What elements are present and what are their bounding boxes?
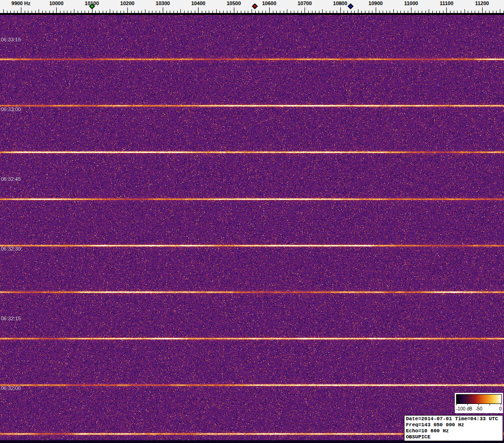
ruler-tick (166, 11, 167, 13)
ruler-tick (3, 9, 4, 13)
ruler-tick (230, 11, 231, 13)
freq-label-10700: 10700 (298, 0, 312, 6)
ruler-tick (432, 11, 433, 13)
info-box: Date=2014-07-01 Time=04:33 UTC Freq=143 … (404, 415, 503, 441)
frequency-marker-blue[interactable] (348, 3, 354, 9)
frequency-marker-red[interactable] (252, 3, 258, 9)
info-date-time: Date=2014-07-01 Time=04:33 UTC (406, 416, 501, 422)
freq-label-10500: 10500 (226, 0, 241, 6)
ruler-tick (21, 7, 21, 13)
time-label: 06:32:15 (1, 316, 21, 321)
time-label: 06:32:00 (1, 385, 21, 391)
color-scale-tick (467, 403, 468, 405)
ruler-tick (191, 11, 192, 13)
ruler-tick (500, 9, 500, 13)
color-scale-tick (456, 403, 457, 405)
ruler-tick (265, 11, 266, 13)
scale-label-min: -100 dB (456, 406, 472, 411)
ruler-tick (298, 11, 298, 13)
ruler-tick (46, 11, 46, 13)
ruler-tick (149, 11, 149, 13)
ruler-tick (64, 11, 64, 13)
ruler-tick (344, 11, 344, 13)
ruler-tick (439, 11, 440, 13)
ruler-tick (354, 11, 355, 13)
freq-label-10800: 10800 (333, 0, 347, 6)
ruler-tick (365, 11, 365, 13)
info-station-name: OBSUPICE (406, 434, 501, 440)
ruler-tick (209, 11, 209, 13)
ruler-tick (259, 11, 259, 13)
ruler-tick (478, 11, 479, 13)
freq-label-10900: 10900 (369, 0, 383, 6)
ruler-tick (333, 11, 333, 13)
ruler-tick (255, 11, 256, 13)
ruler-tick (134, 11, 135, 13)
ruler-tick (156, 11, 156, 13)
ruler-tick (468, 11, 468, 13)
ruler-tick (273, 11, 273, 13)
ruler-tick (496, 11, 497, 13)
spectrogram-canvas[interactable] (0, 15, 504, 443)
ruler-tick (404, 11, 405, 13)
ruler-tick (269, 7, 270, 13)
ruler-tick (138, 11, 139, 13)
ruler-tick (287, 9, 287, 13)
info-echo-frequency: Echo=10 600 Hz (406, 428, 501, 434)
ruler-tick (206, 11, 206, 13)
ruler-tick (347, 11, 348, 13)
ruler-tick (71, 11, 71, 13)
ruler-tick (397, 11, 398, 13)
ruler-tick (280, 11, 280, 13)
ruler-tick (141, 11, 142, 13)
ruler-tick (319, 11, 319, 13)
ruler-tick (227, 11, 227, 13)
ruler-tick (358, 9, 358, 13)
scale-label-mid: -50 (476, 406, 482, 411)
ruler-tick (241, 11, 241, 13)
ruler-tick (180, 9, 181, 13)
ruler-tick (198, 7, 199, 13)
ruler-tick (223, 11, 224, 13)
ruler-tick (305, 7, 305, 13)
ruler-tick (504, 11, 504, 13)
freq-label-10000: 10000 (49, 0, 64, 6)
ruler-tick (337, 11, 337, 13)
ruler-tick (493, 11, 493, 13)
ruler-tick (308, 11, 309, 13)
ruler-tick (202, 11, 202, 13)
ruler-tick (315, 11, 316, 13)
time-label: 06:32:45 (1, 176, 21, 182)
ruler-tick (390, 11, 390, 13)
waterfall-display[interactable]: 06:33:1506:33:0006:32:4506:32:3006:32:15… (0, 15, 504, 443)
time-label: 06:33:15 (1, 37, 21, 42)
color-scale-tick (490, 403, 490, 405)
ruler-tick (188, 11, 188, 13)
ruler-tick (117, 11, 117, 13)
ruler-tick (450, 11, 451, 13)
ruler-tick (184, 11, 185, 13)
ruler-tick (81, 11, 82, 13)
ruler-tick (369, 11, 369, 13)
freq-label-11100: 11100 (440, 0, 453, 6)
color-scale-tick (501, 403, 501, 405)
ruler-tick (152, 11, 153, 13)
freq-label-10600: 10600 (262, 0, 277, 6)
ruler-tick (471, 11, 472, 13)
ruler-tick (28, 11, 28, 13)
ruler-tick (195, 11, 195, 13)
color-scale-tick (478, 403, 479, 405)
ruler-tick (49, 11, 50, 13)
ruler-tick (219, 11, 220, 13)
spectrum-lab-waterfall-window: 9900 Hz100001010010200103001040010500106… (0, 0, 504, 443)
ruler-tick (14, 11, 14, 13)
ruler-tick (67, 11, 67, 13)
ruler-tick (131, 11, 132, 13)
ruler-tick (35, 11, 36, 13)
ruler-tick (56, 7, 57, 13)
ruler-tick (330, 11, 330, 13)
frequency-ruler[interactable]: 9900 Hz100001010010200103001040010500106… (0, 0, 504, 15)
ruler-tick (383, 11, 383, 13)
ruler-tick (10, 11, 11, 13)
ruler-tick (482, 7, 483, 13)
